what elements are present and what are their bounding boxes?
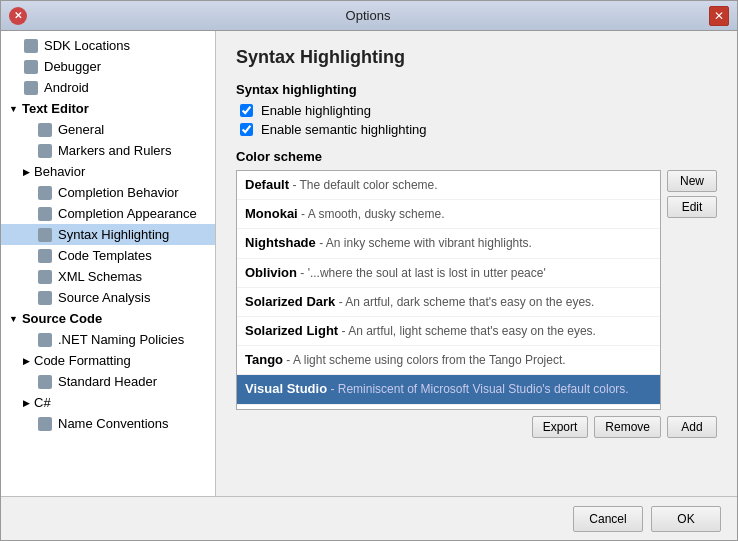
item-icon-sdk-locations (23, 38, 39, 53)
item-icon-source-analysis (37, 290, 53, 305)
sidebar-item-behavior[interactable]: ▶Behavior (1, 161, 215, 182)
scheme-container: Default - The default color scheme.Monok… (236, 170, 717, 410)
page-title: Syntax Highlighting (236, 47, 717, 68)
sidebar-item-completion-behavior[interactable]: Completion Behavior (1, 182, 215, 203)
sidebar-item-name-conventions[interactable]: Name Conventions (1, 413, 215, 434)
remove-button[interactable]: Remove (594, 416, 661, 438)
ok-button[interactable]: OK (651, 506, 721, 532)
close-button[interactable]: ✕ (709, 6, 729, 26)
scheme-item-monokai[interactable]: Monokai - A smooth, dusky scheme. (237, 200, 660, 229)
cancel-button[interactable]: Cancel (573, 506, 643, 532)
sidebar-item-dotnet[interactable]: .NET Naming Policies (1, 329, 215, 350)
dialog-footer: Cancel OK (1, 496, 737, 540)
item-icon-debugger (23, 59, 39, 74)
sidebar-label-general: General (58, 122, 104, 137)
scheme-name-default: Default (245, 177, 289, 192)
sidebar-item-general[interactable]: General (1, 119, 215, 140)
edit-button[interactable]: Edit (667, 196, 717, 218)
dialog-title: Options (346, 8, 391, 23)
sidebar-label-source-code: Source Code (22, 311, 102, 326)
sidebar-item-syntax-highlighting[interactable]: Syntax Highlighting (1, 224, 215, 245)
enable-highlighting-label: Enable highlighting (261, 103, 371, 118)
syntax-highlighting-section-label: Syntax highlighting (236, 82, 717, 97)
sidebar-item-source-analysis[interactable]: Source Analysis (1, 287, 215, 308)
scheme-desc-monokai: - A smooth, dusky scheme. (298, 207, 445, 221)
sidebar-label-standard-header: Standard Header (58, 374, 157, 389)
enable-semantic-row: Enable semantic highlighting (236, 122, 717, 137)
sidebar-item-debugger[interactable]: Debugger (1, 56, 215, 77)
scheme-item-default[interactable]: Default - The default color scheme. (237, 171, 660, 200)
item-icon-syntax-highlighting (37, 227, 53, 242)
scheme-item-solarized-dark[interactable]: Solarized Dark - An artful, dark scheme … (237, 288, 660, 317)
sidebar-item-code-templates[interactable]: Code Templates (1, 245, 215, 266)
sidebar-label-csharp: C# (34, 395, 51, 410)
sidebar-label-name-conventions: Name Conventions (58, 416, 169, 431)
sidebar-item-xml-schemas[interactable]: XML Schemas (1, 266, 215, 287)
app-icon: ✕ (9, 7, 27, 25)
scheme-name-nightshade: Nightshade (245, 235, 316, 250)
sidebar-label-text-editor: Text Editor (22, 101, 89, 116)
item-icon-code-templates (37, 248, 53, 263)
scheme-item-visual-studio[interactable]: Visual Studio - Reminiscent of Microsoft… (237, 375, 660, 404)
color-scheme-section: Color scheme Default - The default color… (236, 149, 717, 438)
scheme-name-solarized-dark: Solarized Dark (245, 294, 335, 309)
sidebar-label-syntax-highlighting: Syntax Highlighting (58, 227, 169, 242)
scheme-list[interactable]: Default - The default color scheme.Monok… (236, 170, 661, 410)
item-icon-xml-schemas (37, 269, 53, 284)
scheme-name-oblivion: Oblivion (245, 265, 297, 280)
color-scheme-label: Color scheme (236, 149, 717, 164)
sidebar-label-code-templates: Code Templates (58, 248, 152, 263)
sidebar-item-completion-appearance[interactable]: Completion Appearance (1, 203, 215, 224)
dialog-content: SDK LocationsDebuggerAndroid▼Text Editor… (1, 31, 737, 496)
scheme-item-oblivion[interactable]: Oblivion - '...where the soul at last is… (237, 259, 660, 288)
item-icon-completion-behavior (37, 185, 53, 200)
scheme-item-nightshade[interactable]: Nightshade - An inky scheme with vibrant… (237, 229, 660, 258)
sidebar-item-markers[interactable]: Markers and Rulers (1, 140, 215, 161)
enable-semantic-checkbox[interactable] (240, 123, 253, 136)
options-dialog: ✕ Options ✕ SDK LocationsDebuggerAndroid… (0, 0, 738, 541)
expand-arrow-csharp: ▶ (23, 398, 30, 408)
sidebar-label-sdk-locations: SDK Locations (44, 38, 130, 53)
main-panel: Syntax Highlighting Syntax highlighting … (216, 31, 737, 496)
item-icon-name-conventions (37, 416, 53, 431)
scheme-name-tango: Tango (245, 352, 283, 367)
sidebar-item-standard-header[interactable]: Standard Header (1, 371, 215, 392)
item-icon-markers (37, 143, 53, 158)
sidebar-item-code-formatting[interactable]: ▶Code Formatting (1, 350, 215, 371)
export-button[interactable]: Export (532, 416, 589, 438)
enable-highlighting-checkbox[interactable] (240, 104, 253, 117)
sidebar-label-code-formatting: Code Formatting (34, 353, 131, 368)
add-button[interactable]: Add (667, 416, 717, 438)
sidebar-item-source-code[interactable]: ▼Source Code (1, 308, 215, 329)
expand-arrow-code-formatting: ▶ (23, 356, 30, 366)
scheme-desc-solarized-dark: - An artful, dark scheme that's easy on … (335, 295, 594, 309)
expand-arrow-behavior: ▶ (23, 167, 30, 177)
sidebar-item-csharp[interactable]: ▶C# (1, 392, 215, 413)
scheme-item-solarized-light[interactable]: Solarized Light - An artful, light schem… (237, 317, 660, 346)
scheme-name-solarized-light: Solarized Light (245, 323, 338, 338)
scheme-desc-default: - The default color scheme. (289, 178, 438, 192)
sidebar-item-text-editor[interactable]: ▼Text Editor (1, 98, 215, 119)
sidebar-label-completion-behavior: Completion Behavior (58, 185, 179, 200)
item-icon-dotnet (37, 332, 53, 347)
new-button[interactable]: New (667, 170, 717, 192)
collapse-arrow-source-code: ▼ (9, 314, 18, 324)
scheme-desc-nightshade: - An inky scheme with vibrant highlights… (316, 236, 532, 250)
item-icon-android (23, 80, 39, 95)
sidebar-item-sdk-locations[interactable]: SDK Locations (1, 35, 215, 56)
sidebar-item-android[interactable]: Android (1, 77, 215, 98)
scheme-side-buttons: New Edit (667, 170, 717, 218)
scheme-desc-visual-studio: - Reminiscent of Microsoft Visual Studio… (327, 382, 629, 396)
item-icon-completion-appearance (37, 206, 53, 221)
item-icon-general (37, 122, 53, 137)
scheme-name-monokai: Monokai (245, 206, 298, 221)
scheme-item-tango[interactable]: Tango - A light scheme using colors from… (237, 346, 660, 375)
scheme-desc-tango: - A light scheme using colors from the T… (283, 353, 566, 367)
sidebar-label-behavior: Behavior (34, 164, 85, 179)
sidebar: SDK LocationsDebuggerAndroid▼Text Editor… (1, 31, 216, 496)
bottom-buttons: Export Remove Add (236, 416, 717, 438)
sidebar-label-dotnet: .NET Naming Policies (58, 332, 184, 347)
enable-semantic-label: Enable semantic highlighting (261, 122, 427, 137)
titlebar: ✕ Options ✕ (1, 1, 737, 31)
sidebar-label-debugger: Debugger (44, 59, 101, 74)
